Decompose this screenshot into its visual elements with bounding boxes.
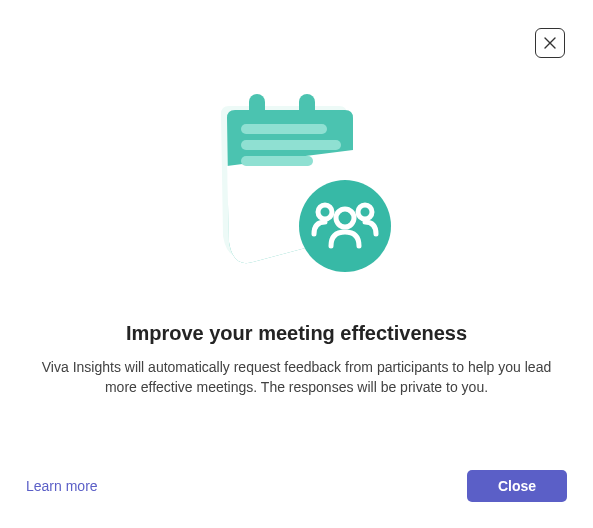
close-icon bbox=[544, 37, 556, 49]
dialog-footer: Learn more Close bbox=[26, 470, 567, 502]
close-button[interactable]: Close bbox=[467, 470, 567, 502]
meeting-effectiveness-dialog: Improve your meeting effectiveness Viva … bbox=[0, 0, 593, 528]
close-icon-button[interactable] bbox=[535, 28, 565, 58]
dialog-title: Improve your meeting effectiveness bbox=[28, 322, 565, 345]
calendar-people-illustration-icon bbox=[187, 76, 407, 276]
svg-rect-4 bbox=[241, 156, 313, 166]
learn-more-link[interactable]: Learn more bbox=[26, 478, 98, 494]
dialog-text-block: Improve your meeting effectiveness Viva … bbox=[0, 322, 593, 398]
illustration-container bbox=[0, 76, 593, 276]
svg-rect-3 bbox=[241, 140, 341, 150]
svg-rect-2 bbox=[241, 124, 327, 134]
dialog-description: Viva Insights will automatically request… bbox=[28, 357, 565, 398]
